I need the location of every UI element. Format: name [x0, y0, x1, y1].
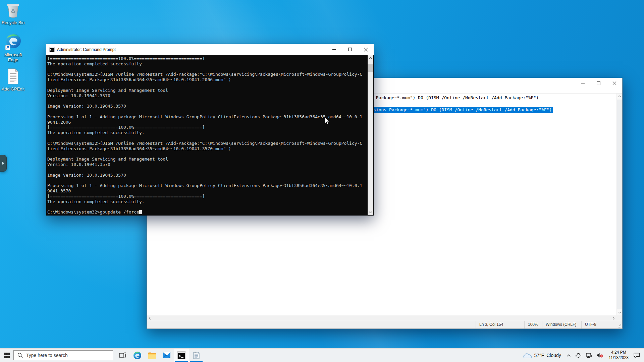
notepad-line-1: -Package~*.mum") DO (DISM /Online /NoRes… [373, 95, 539, 101]
scroll-left-arrow[interactable] [147, 315, 153, 321]
taskbar-cmd-button[interactable] [174, 349, 189, 362]
console-maximize-button[interactable] [342, 44, 358, 55]
close-icon [612, 81, 616, 85]
console-minimize-button[interactable] [326, 44, 342, 55]
minimize-icon [332, 48, 336, 51]
status-encoding: UTF-8 [581, 321, 622, 328]
taskbar-search[interactable] [13, 350, 113, 360]
notepad-close-button[interactable] [606, 78, 622, 88]
desktop-icon-add-gpedit[interactable]: Add GPEdit [0, 68, 26, 92]
tray-volume-muted[interactable] [594, 349, 606, 362]
status-ln-col: Ln 3, Col 154 [476, 321, 524, 328]
desktop-icon-label: Microsoft Edge [1, 53, 25, 63]
console-cursor [139, 210, 142, 214]
close-icon [364, 48, 368, 52]
status-line-ending: Windows (CRLF) [542, 321, 581, 328]
notepad-selected-line: sions-Package~*.mum") DO (DISM /Online /… [373, 107, 553, 113]
scroll-right-arrow[interactable] [611, 315, 616, 321]
console-title: Administrator: Command Prompt [57, 47, 116, 52]
action-center-button[interactable] [631, 349, 644, 362]
console-scrollbar[interactable] [368, 55, 373, 215]
taskbar-notepad-button[interactable] [189, 349, 204, 362]
tray-show-hidden-icons[interactable] [565, 349, 573, 362]
file-explorer-icon [148, 352, 156, 359]
desktop-icon-microsoft-edge[interactable]: Microsoft Edge [0, 33, 26, 63]
desktop-icon-recycle-bin[interactable]: ♻ Recycle Bin [0, 2, 26, 25]
taskbar-mail-button[interactable] [159, 349, 174, 362]
console-output: [==========================100.0%=======… [47, 56, 362, 215]
task-view-button[interactable] [115, 349, 130, 362]
taskbar-edge-button[interactable] [130, 349, 145, 362]
tray-clock[interactable]: 4:24 PM 11/13/2023 [606, 350, 631, 360]
cloud-icon [523, 352, 532, 358]
network-icon [586, 353, 592, 358]
tray-meet-now[interactable] [573, 349, 584, 362]
desktop-icon-label: Recycle Bin [0, 20, 26, 25]
clock-time: 4:24 PM [609, 350, 629, 355]
scroll-up-arrow[interactable] [368, 55, 373, 61]
recycle-bin-icon: ♻ [5, 2, 21, 18]
taskbar: 57°F Cloudy [0, 348, 644, 362]
cmd-icon [177, 351, 185, 359]
resize-grip[interactable] [618, 324, 622, 328]
windows-logo-icon [4, 353, 10, 358]
console-body[interactable]: [==========================100.0%=======… [46, 55, 374, 216]
command-prompt-window: Administrator: Command Prompt [=========… [46, 44, 374, 216]
scroll-down-arrow[interactable] [617, 310, 622, 315]
desktop-icon-label: Add GPEdit [0, 87, 26, 92]
status-zoom: 100% [524, 321, 542, 328]
chevron-right-icon [2, 162, 5, 165]
notepad-vertical-scrollbar[interactable] [616, 94, 622, 315]
scrollbar-thumb[interactable] [617, 100, 622, 309]
document-icon [6, 68, 20, 84]
notepad-minimize-button[interactable] [575, 78, 591, 88]
speaker-muted-icon [597, 353, 604, 358]
weather-temp: 57°F [534, 353, 544, 358]
start-button[interactable] [0, 349, 13, 362]
clock-date: 11/13/2023 [609, 355, 629, 361]
task-view-icon [119, 352, 126, 358]
notepad-maximize-button[interactable] [591, 78, 606, 88]
scroll-up-arrow[interactable] [617, 94, 622, 99]
search-icon [17, 353, 23, 358]
notepad-horizontal-scrollbar[interactable] [147, 315, 616, 321]
taskbar-file-explorer-button[interactable] [145, 349, 159, 362]
system-tray: 57°F Cloudy [520, 349, 644, 362]
console-close-button[interactable] [358, 44, 374, 55]
mail-icon [163, 352, 171, 359]
console-titlebar[interactable]: Administrator: Command Prompt [46, 44, 374, 55]
desktop: ♻ Recycle Bin Microsoft Edge [0, 0, 644, 362]
maximize-icon [597, 81, 600, 85]
scrollbar-corner [616, 315, 622, 321]
maximize-icon [348, 48, 352, 51]
tray-network[interactable] [584, 349, 594, 362]
scroll-down-arrow[interactable] [368, 209, 373, 215]
minimize-icon [581, 81, 585, 85]
scrollbar-thumb[interactable] [368, 64, 373, 72]
shortcut-arrow-icon [5, 45, 10, 50]
notepad-icon [193, 351, 200, 359]
weather-condition: Cloudy [546, 353, 561, 358]
notification-icon [634, 353, 640, 358]
search-input[interactable] [25, 352, 113, 358]
chevron-up-icon [567, 354, 571, 357]
sidebar-flyout-handle[interactable] [0, 155, 7, 172]
tray-weather[interactable]: 57°F Cloudy [520, 352, 565, 358]
camera-icon [576, 353, 581, 358]
edge-icon [133, 351, 142, 360]
notepad-status-bar: Ln 3, Col 154 100% Windows (CRLF) UTF-8 [147, 321, 622, 328]
svg-text:♻: ♻ [10, 8, 15, 15]
cmd-icon [49, 47, 55, 52]
edge-icon [5, 33, 21, 50]
